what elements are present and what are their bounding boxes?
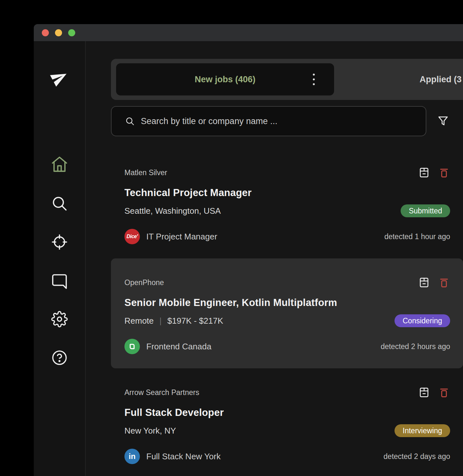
- job-location: Seattle, Washington, USA: [124, 206, 221, 216]
- detected-time: detected 1 hour ago: [384, 232, 450, 241]
- job-title: Full Stack Developer: [124, 406, 450, 419]
- job-list: Matlen Silver Techn: [111, 148, 463, 476]
- job-meta-row: Remote | $197K - $217K Considering: [124, 314, 450, 327]
- tab-new-jobs[interactable]: New jobs (406): [116, 63, 334, 95]
- job-card-header: Matlen Silver: [124, 168, 450, 177]
- tab-applied[interactable]: Applied (3: [420, 59, 462, 100]
- job-card-header: Arrow Search Partners: [124, 388, 450, 397]
- card-actions: [418, 276, 450, 289]
- job-meta-row: New York, NY | Interviewing: [124, 424, 450, 437]
- close-window-button[interactable]: [42, 29, 49, 36]
- job-card[interactable]: Matlen Silver Techn: [111, 148, 463, 258]
- job-title: Technical Project Manager: [124, 186, 450, 199]
- trash-icon[interactable]: [438, 386, 450, 399]
- window-titlebar: [34, 24, 463, 41]
- trash-icon[interactable]: [438, 166, 450, 179]
- tab-new-jobs-label: New jobs (406): [195, 75, 255, 85]
- job-card-header: OpenPhone: [124, 278, 450, 287]
- dice-logo-icon: Dice': [126, 234, 138, 239]
- app-window: New jobs (406) Applied (3: [34, 24, 463, 476]
- detected-time: detected 2 days ago: [384, 452, 450, 461]
- company-name: Matlen Silver: [124, 168, 167, 177]
- sidebar-item-target[interactable]: [50, 233, 69, 251]
- job-salary: $197K - $217K: [168, 316, 223, 326]
- detected-time: detected 2 hours ago: [381, 342, 450, 351]
- sidebar-item-help[interactable]: [50, 348, 69, 367]
- archive-icon[interactable]: [418, 386, 430, 399]
- tab-bar: New jobs (406) Applied (3: [111, 59, 463, 100]
- job-card[interactable]: OpenPhone Senior Mo: [111, 258, 463, 368]
- sidebar: [34, 41, 86, 476]
- sidebar-item-search[interactable]: [50, 194, 69, 213]
- sidebar-item-settings[interactable]: [50, 310, 69, 328]
- status-badge[interactable]: Interviewing: [395, 424, 450, 437]
- status-badge[interactable]: Submitted: [401, 204, 450, 217]
- company-name: Arrow Search Partners: [124, 388, 199, 397]
- job-meta-row: Seattle, Washington, USA | Submitted: [124, 204, 450, 217]
- job-location: New York, NY: [124, 426, 176, 436]
- tab-applied-label: Applied (3: [420, 75, 462, 85]
- linkedin-logo-icon: in: [129, 453, 135, 460]
- job-source-row: Dice' Dice' IT Project Manager detected …: [124, 229, 450, 244]
- paper-plane-logo-icon: [50, 68, 69, 87]
- source-name: Full Stack New York: [146, 452, 221, 462]
- archive-icon[interactable]: [418, 166, 430, 179]
- archive-icon[interactable]: [418, 276, 430, 289]
- sidebar-item-chat[interactable]: [50, 272, 69, 291]
- source-name: Frontend Canada: [146, 342, 211, 352]
- sidebar-item-home[interactable]: [50, 155, 69, 174]
- trash-icon[interactable]: [438, 276, 450, 289]
- search-box: [111, 106, 426, 136]
- source-name: IT Project Manager: [146, 232, 217, 242]
- kebab-menu-icon[interactable]: [312, 72, 316, 86]
- meta-divider: |: [159, 316, 162, 326]
- job-source-row: Frontend Canada detected 2 hours ago: [124, 339, 450, 354]
- job-location: Remote: [124, 316, 154, 326]
- job-title: Senior Mobile Engineer, Kotlin Multiplat…: [124, 296, 450, 309]
- zoom-window-button[interactable]: [68, 29, 75, 36]
- filter-button[interactable]: [436, 114, 450, 128]
- search-input[interactable]: [140, 116, 418, 127]
- glassdoor-logo-icon: [127, 342, 137, 351]
- card-actions: [418, 386, 450, 399]
- status-badge[interactable]: Considering: [395, 314, 450, 327]
- source-logo: [124, 339, 140, 354]
- company-name: OpenPhone: [124, 278, 164, 287]
- search-row: [111, 106, 463, 136]
- search-icon: [125, 116, 135, 126]
- job-source-row: in in Full Stack New York detected 2 day…: [124, 449, 450, 464]
- card-actions: [418, 166, 450, 179]
- main-content: New jobs (406) Applied (3: [86, 41, 463, 476]
- source-logo: Dice' Dice': [124, 229, 140, 244]
- source-logo: in in: [124, 449, 140, 464]
- minimize-window-button[interactable]: [55, 29, 62, 36]
- job-card[interactable]: Arrow Search Partners: [111, 368, 463, 476]
